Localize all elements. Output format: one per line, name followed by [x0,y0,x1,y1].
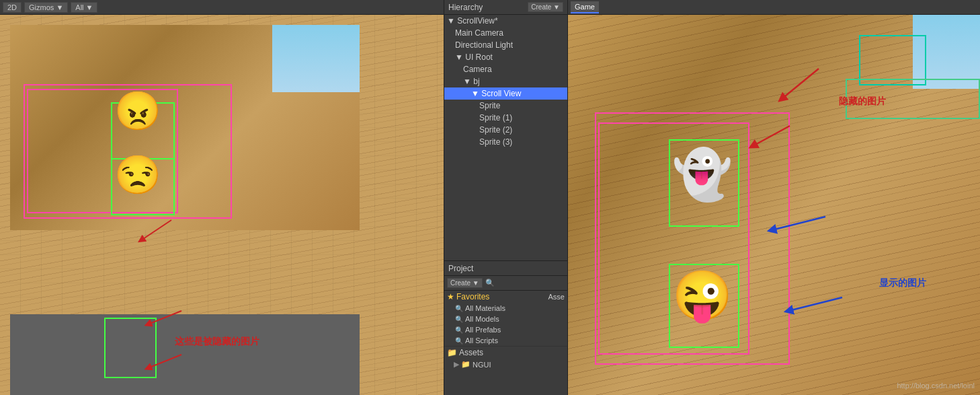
hierarchy-item-9[interactable]: Sprite (2) [444,124,567,136]
hierarchy-title: Hierarchy [448,3,483,12]
hierarchy-item-2[interactable]: Directional Light [444,39,567,51]
sky-area [272,25,360,92]
search-materials-icon: 🔍 [455,305,463,312]
assets-tab-label: Asse [548,293,565,301]
scene-toolbar: 2D Gizmos ▼ All ▼ [0,0,444,15]
emoji-sleepy: 😒 [114,156,161,194]
hierarchy-item-10[interactable]: Sprite (3) [444,136,567,148]
right-emoji-wink: 😜 [672,267,733,324]
hierarchy-header: Hierarchy Create ▼ [444,0,567,15]
hidden-annotation: 这些是被隐藏的图片 [175,336,259,348]
game-toolbar: Game [568,0,980,15]
game-area: 😠 😒 [10,25,360,230]
emoji-angry: 😠 [114,92,161,130]
all-materials-item[interactable]: 🔍 All Materials [444,303,567,314]
search-models-icon: 🔍 [455,316,463,323]
project-title: Project [448,264,473,273]
all-prefabs-label: All Prefabs [465,326,501,334]
watermark: http://blog.csdn.net/loinl [897,382,975,390]
hierarchy-item-8[interactable]: Sprite (1) [444,112,567,124]
favorites-label: Favorites [456,292,489,301]
all-scene-btn[interactable]: All ▼ [71,2,97,13]
search-project-icon: 🔍 [485,279,495,287]
scene-view: 😠 😒 这些是被隐藏的图片 [0,15,444,395]
hierarchy-item-6[interactable]: ▼ Scroll View [444,87,567,100]
all-prefabs-item[interactable]: 🔍 All Prefabs [444,324,567,335]
hierarchy-panel: Hierarchy Create ▼ ▼ ScrollView*Main Cam… [444,0,568,395]
game-view-content: 👻 😜 隐藏的图片 显示的图片 http://blog.cs [568,15,980,395]
assets-label: Assets [459,348,483,357]
hierarchy-item-3[interactable]: ▼ UI Root [444,51,567,63]
search-scripts-icon: 🔍 [455,337,463,345]
mode-2d-btn[interactable]: 2D [3,2,22,13]
right-emoji-ghost: 👻 [672,146,733,203]
all-models-item[interactable]: 🔍 All Models [444,314,567,324]
scene-panel: 2D Gizmos ▼ All ▼ 😠 😒 [0,0,444,395]
ngui-folder[interactable]: ▶ 📁 NGUI [444,359,567,370]
ngui-label: NGUI [473,361,491,369]
hierarchy-item-4[interactable]: Camera [444,63,567,75]
project-panel: Project Create ▼ 🔍 ★ Favorites Asse 🔍 Al… [444,260,567,395]
gizmos-btn[interactable]: Gizmos ▼ [24,2,68,13]
all-scripts-item[interactable]: 🔍 All Scripts [444,335,567,346]
hierarchy-item-5[interactable]: ▼ bj [444,75,567,87]
assets-folder-icon: 📁 [447,348,457,357]
hierarchy-item-0[interactable]: ▼ ScrollView* [444,15,567,27]
create-hierarchy-btn[interactable]: Create ▼ [528,2,563,12]
all-models-label: All Models [465,315,499,323]
project-toolbar: Create ▼ 🔍 [444,276,567,291]
project-header: Project [444,261,567,276]
visible-annotation: 显示的图片 [879,277,926,289]
favorites-section: ★ Favorites Asse [444,291,567,303]
assets-section: 📁 Assets [444,346,567,359]
search-prefabs-icon: 🔍 [455,326,463,334]
triangle-icon: ▶ [454,360,459,369]
hierarchy-item-1[interactable]: Main Camera [444,27,567,39]
hierarchy-items-list: ▼ ScrollView*Main CameraDirectional Ligh… [444,15,567,260]
all-materials-label: All Materials [465,304,505,312]
star-icon: ★ [447,292,454,301]
right-teal-box-1 [859,35,926,85]
ngui-folder-icon: 📁 [461,360,471,369]
hidden-green-box-1 [104,318,157,378]
create-project-btn[interactable]: Create ▼ [447,278,483,288]
project-items-list: ★ Favorites Asse 🔍 All Materials 🔍 All M… [444,291,567,395]
hidden-area [10,314,360,395]
all-scripts-label: All Scripts [465,336,498,345]
game-tab-btn[interactable]: Game [571,1,599,13]
game-panel: Game 👻 😜 隐藏的图片 显示的图片 [568,0,980,395]
hierarchy-item-7[interactable]: Sprite [444,100,567,112]
hidden-right-annotation: 隐藏的图片 [839,96,886,108]
